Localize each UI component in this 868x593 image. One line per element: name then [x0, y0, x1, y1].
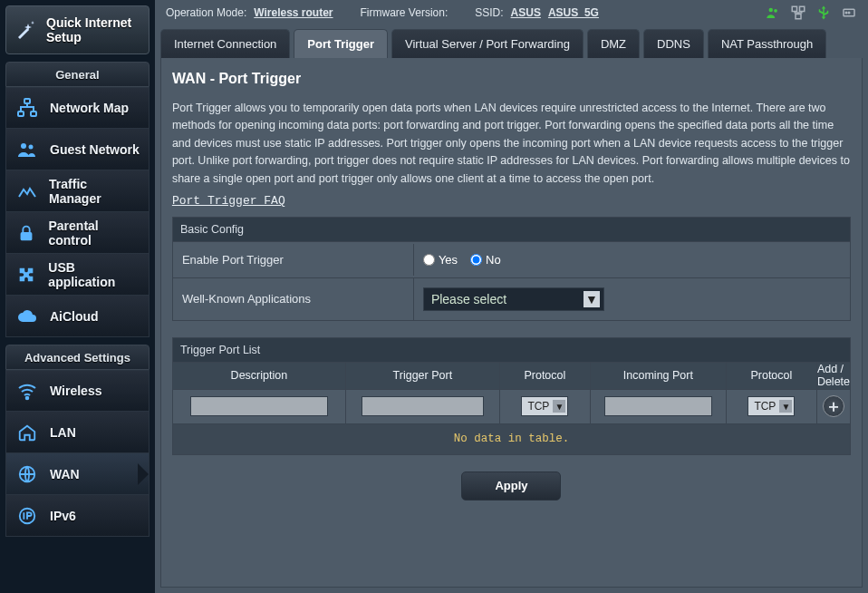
sidebar-item-network-map[interactable]: Network Map: [5, 87, 149, 129]
sidebar-item-parental-control[interactable]: Parental control: [5, 212, 149, 254]
ssid-label: SSID:: [475, 6, 503, 19]
tab-internet-connection[interactable]: Internet Connection: [160, 29, 290, 58]
puzzle-icon: [15, 263, 37, 287]
wand-icon: [14, 18, 37, 42]
svg-rect-2: [31, 112, 36, 116]
tab-port-forwarding[interactable]: Virtual Server / Port Forwarding: [391, 29, 583, 58]
chevron-down-icon: ▼: [779, 400, 792, 413]
ssid-2[interactable]: ASUS_5G: [548, 6, 599, 19]
svg-point-15: [845, 12, 847, 14]
svg-point-16: [848, 12, 850, 14]
svg-point-6: [26, 397, 29, 400]
page-title: WAN - Port Trigger: [172, 71, 851, 87]
wifi-icon: [15, 379, 39, 403]
svg-point-3: [21, 143, 26, 149]
quick-internet-setup-label: Quick Internet Setup: [46, 15, 131, 44]
sidebar-item-wireless[interactable]: Wireless: [5, 370, 149, 412]
topbar: Operation Mode: Wireless router Firmware…: [155, 0, 868, 25]
tab-port-trigger[interactable]: Port Trigger: [294, 29, 388, 58]
basic-config-heading: Basic Config: [173, 218, 850, 241]
clients-icon[interactable]: [765, 5, 781, 21]
sidebar-item-guest-network[interactable]: Guest Network: [5, 129, 149, 170]
port-trigger-faq-link[interactable]: Port Trigger FAQ: [172, 194, 285, 208]
op-mode-label: Operation Mode:: [166, 6, 246, 19]
plus-icon: ＋: [825, 395, 842, 417]
page-body: WAN - Port Trigger Port Trigger allows y…: [160, 58, 863, 588]
traffic-manager-icon: [15, 180, 38, 203]
select-value: TCP: [754, 400, 776, 413]
trigger-port-list-box: Trigger Port List Description Trigger Po…: [172, 337, 851, 455]
col-protocol-2: Protocol: [726, 362, 816, 389]
sidebar-item-label: WAN: [50, 467, 80, 481]
chevron-down-icon: ▼: [583, 291, 600, 307]
radio-label: No: [486, 253, 501, 267]
device-icon[interactable]: [841, 5, 857, 21]
protocol-2-select[interactable]: TCP ▼: [747, 396, 795, 416]
trigger-port-input[interactable]: [362, 396, 484, 416]
tab-ddns[interactable]: DDNS: [643, 29, 704, 58]
svg-point-9: [769, 8, 774, 13]
tab-nat-passthrough[interactable]: NAT Passthrough: [708, 29, 826, 58]
usb-icon[interactable]: [815, 5, 832, 21]
op-mode-value[interactable]: Wireless router: [254, 6, 333, 19]
col-incoming-port: Incoming Port: [590, 362, 726, 389]
svg-point-10: [774, 9, 777, 13]
svg-rect-11: [792, 6, 796, 11]
tabs: Internet Connection Port Trigger Virtual…: [155, 25, 868, 58]
globe-icon: [15, 462, 39, 486]
enable-port-trigger-yes[interactable]: Yes: [423, 253, 458, 267]
chevron-down-icon: ▼: [553, 400, 565, 413]
fw-label: Firmware Version:: [361, 6, 448, 19]
home-icon: [15, 421, 39, 444]
sidebar-item-label: Parental control: [48, 219, 139, 248]
menu-advanced: Wireless LAN WAN IPv6: [5, 370, 149, 537]
svg-rect-13: [796, 15, 801, 19]
well-known-apps-label: Well-Known Applications: [173, 281, 413, 316]
sidebar-item-label: Network Map: [50, 101, 129, 115]
main-panel: Operation Mode: Wireless router Firmware…: [155, 0, 868, 593]
tab-dmz[interactable]: DMZ: [587, 29, 640, 58]
sidebar-item-lan[interactable]: LAN: [5, 412, 149, 453]
cloud-icon: [15, 305, 39, 328]
sidebar-item-label: USB application: [48, 260, 140, 289]
guest-network-icon: [15, 138, 39, 161]
svg-rect-1: [18, 112, 24, 116]
incoming-port-input[interactable]: [604, 396, 712, 416]
section-advanced: Advanced Settings: [5, 345, 149, 370]
trigger-port-list-heading: Trigger Port List: [173, 338, 850, 362]
col-description: Description: [173, 362, 345, 389]
no-data-row: No data in table.: [173, 423, 850, 454]
network-icon[interactable]: [790, 5, 806, 21]
basic-config-box: Basic Config Enable Port Trigger Yes No …: [172, 217, 851, 321]
well-known-apps-select[interactable]: Please select ▼: [423, 287, 604, 311]
sidebar-item-traffic-manager[interactable]: Traffic Manager: [5, 170, 149, 212]
sidebar-item-label: LAN: [50, 425, 76, 440]
description-input[interactable]: [190, 396, 328, 416]
col-protocol: Protocol: [499, 362, 590, 389]
sidebar-item-label: IPv6: [50, 509, 76, 523]
ssid-1[interactable]: ASUS: [511, 6, 541, 19]
svg-rect-12: [800, 6, 805, 11]
select-value: TCP: [527, 400, 549, 413]
sidebar-item-aicloud[interactable]: AiCloud: [5, 296, 149, 337]
sidebar: Quick Internet Setup General Network Map…: [0, 0, 155, 593]
quick-internet-setup[interactable]: Quick Internet Setup: [5, 5, 149, 54]
svg-rect-0: [24, 99, 30, 103]
apply-button[interactable]: Apply: [461, 471, 561, 501]
col-add-delete: Add / Delete: [816, 362, 850, 389]
sidebar-item-label: Wireless: [50, 384, 101, 398]
enable-port-trigger-row: Enable Port Trigger Yes No: [173, 241, 850, 277]
protocol-1-select[interactable]: TCP ▼: [521, 396, 568, 416]
ipv6-icon: [15, 504, 39, 528]
network-map-icon: [15, 96, 39, 120]
sidebar-item-usb-application[interactable]: USB application: [5, 254, 149, 296]
svg-point-4: [29, 144, 34, 149]
sidebar-item-label: AiCloud: [50, 309, 99, 324]
radio-label: Yes: [439, 253, 458, 267]
add-row-button[interactable]: ＋: [823, 395, 844, 417]
sidebar-item-label: Traffic Manager: [49, 177, 140, 206]
top-icons: [765, 5, 857, 21]
sidebar-item-ipv6[interactable]: IPv6: [5, 495, 149, 537]
sidebar-item-wan[interactable]: WAN: [5, 453, 149, 495]
enable-port-trigger-no[interactable]: No: [470, 253, 501, 267]
